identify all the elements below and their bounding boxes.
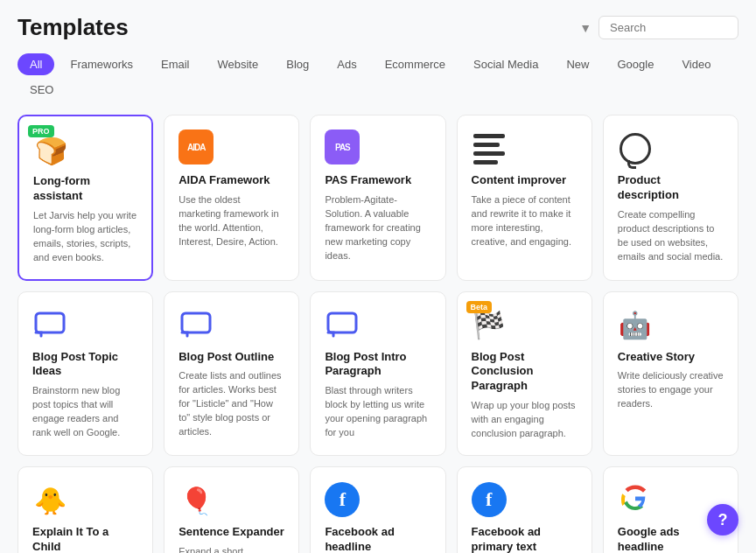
card-desc: Write deliciously creative stories to en…: [618, 369, 724, 411]
card-title: AIDA Framework: [178, 173, 284, 188]
card-desc: Brainstorm new blog post topics that wil…: [32, 384, 138, 440]
tab-google[interactable]: Google: [605, 53, 666, 75]
card-icon-content-improver: [472, 130, 507, 164]
card-desc: Problem-Agitate-Solution. A valuable fra…: [325, 193, 430, 263]
card-desc: Expand a short sentence or a few words i…: [178, 545, 284, 553]
card-icon-fb-headline: f: [325, 481, 360, 516]
card-desc: Wrap up your blog posts with an engaging…: [472, 399, 578, 441]
card-blog-topic[interactable]: Blog Post Topic Ideas Brainstorm new blo…: [18, 291, 153, 456]
card-title: Sentence Expander: [178, 525, 284, 540]
tab-new[interactable]: New: [554, 53, 601, 75]
card-title: Facebook ad primary text: [472, 525, 578, 553]
card-desc: Create lists and outlines for articles. …: [178, 369, 284, 439]
card-icon-fb-primary: f: [472, 481, 507, 516]
tab-frameworks[interactable]: Frameworks: [58, 53, 145, 75]
card-desc: Let Jarvis help you write long-form blog…: [33, 209, 137, 265]
card-blog-conclusion[interactable]: Beta 🏁 Blog Post Conclusion Paragraph Wr…: [457, 291, 592, 456]
badge-pro: PRO: [28, 125, 54, 137]
filter-tabs: AllFrameworksEmailWebsiteBlogAdsEcommerc…: [18, 53, 738, 101]
page-title: Templates: [18, 14, 129, 41]
card-fb-headline[interactable]: f Facebook ad headline Generate scroll-s…: [310, 466, 445, 553]
card-pas[interactable]: PAS PAS Framework Problem-Agitate-Soluti…: [310, 115, 445, 281]
card-title: Google ads headline: [618, 525, 724, 553]
templates-grid: PRO 🍞 Long-form assistant Let Jarvis hel…: [18, 115, 738, 553]
tab-email[interactable]: Email: [149, 53, 202, 75]
card-icon-pas: PAS: [325, 130, 360, 164]
card-icon-explain-child: 🐥: [32, 481, 67, 516]
tab-blog[interactable]: Blog: [274, 53, 321, 75]
card-title: Explain It To a Child: [32, 525, 138, 553]
card-fb-primary[interactable]: f Facebook ad primary text Create high c…: [457, 466, 592, 553]
svg-rect-0: [36, 313, 64, 332]
card-icon-creative-story: 🤖: [618, 306, 653, 341]
card-product-desc[interactable]: Product description Create compelling pr…: [603, 115, 738, 281]
card-desc: Take a piece of content and rewrite it t…: [472, 193, 578, 249]
card-content-improver[interactable]: Content improver Take a piece of content…: [457, 115, 592, 281]
tab-all[interactable]: All: [18, 53, 54, 75]
tab-ecommerce[interactable]: Ecommerce: [373, 53, 458, 75]
card-desc: Use the oldest marketing framework in th…: [178, 193, 284, 249]
card-icon-sentence-expander: 🎈: [178, 481, 214, 516]
card-explain-child[interactable]: 🐥 Explain It To a Child Rephrase text to…: [18, 466, 153, 553]
card-icon-product-desc: [618, 130, 653, 164]
search-input[interactable]: [598, 16, 738, 39]
card-title: Product description: [618, 173, 724, 203]
header-actions: ▼: [579, 16, 738, 39]
card-creative-story[interactable]: 🤖 Creative Story Write deliciously creat…: [603, 291, 738, 456]
card-long-form[interactable]: PRO 🍞 Long-form assistant Let Jarvis hel…: [18, 115, 153, 281]
tab-ads[interactable]: Ads: [325, 53, 368, 75]
card-sentence-expander[interactable]: 🎈 Sentence Expander Expand a short sente…: [164, 466, 299, 553]
card-title: Blog Post Outline: [178, 350, 284, 365]
svg-rect-1: [182, 313, 210, 332]
help-button[interactable]: ?: [707, 504, 738, 536]
tab-social-media[interactable]: Social Media: [461, 53, 550, 75]
card-blog-outline[interactable]: Blog Post Outline Create lists and outli…: [164, 291, 299, 456]
main-page: Templates ▼ AllFrameworksEmailWebsiteBlo…: [0, 0, 756, 553]
card-desc: Create compelling product descriptions t…: [618, 208, 724, 264]
card-title: Blog Post Conclusion Paragraph: [472, 350, 578, 395]
card-desc: Blast through writers block by letting u…: [325, 384, 430, 440]
filter-icon[interactable]: ▼: [579, 21, 592, 35]
card-title: Blog Post Topic Ideas: [32, 350, 138, 380]
card-title: Facebook ad headline: [325, 525, 430, 553]
card-icon-blog-topic: [32, 306, 67, 341]
card-icon-aida: AIDA: [178, 130, 214, 164]
card-title: Content improver: [472, 173, 578, 188]
tab-seo[interactable]: SEO: [18, 79, 66, 101]
badge-beta: Beta: [466, 301, 493, 313]
card-blog-intro[interactable]: Blog Post Intro Paragraph Blast through …: [310, 291, 445, 456]
svg-rect-2: [328, 313, 356, 332]
tab-website[interactable]: Website: [205, 53, 270, 75]
card-title: Long-form assistant: [33, 174, 137, 204]
tab-video[interactable]: Video: [669, 53, 723, 75]
card-title: PAS Framework: [325, 173, 430, 188]
card-icon-blog-outline: [178, 306, 214, 341]
page-header: Templates ▼: [18, 14, 738, 41]
card-aida[interactable]: AIDA AIDA Framework Use the oldest marke…: [164, 115, 299, 281]
card-title: Creative Story: [618, 350, 724, 365]
card-title: Blog Post Intro Paragraph: [325, 350, 430, 380]
card-icon-blog-intro: [325, 306, 360, 341]
card-icon-google-headline: [618, 481, 653, 516]
